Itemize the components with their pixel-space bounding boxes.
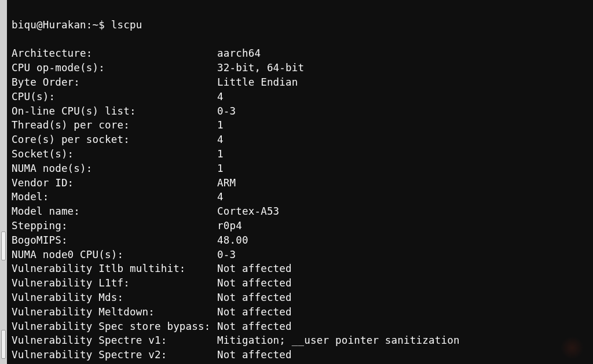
- lscpu-row: Vendor ID:ARM: [12, 176, 590, 190]
- lscpu-row: On-line CPU(s) list:0-3: [12, 104, 590, 119]
- prompt-line: biqu@Hurakan:~$ lscpu: [12, 18, 590, 32]
- lscpu-row: Model name:Cortex-A53: [12, 204, 590, 219]
- lscpu-row: Vulnerability Spectre v2:Not affected: [12, 348, 590, 362]
- lscpu-label: Socket(s):: [12, 147, 217, 161]
- lscpu-row: Socket(s):1: [12, 147, 590, 161]
- lscpu-row: Vulnerability Itlb multihit:Not affected: [12, 262, 590, 276]
- lscpu-label: Vulnerability Itlb multihit:: [12, 262, 217, 276]
- lscpu-value: 4: [217, 190, 224, 204]
- lscpu-row: NUMA node0 CPU(s):0-3: [12, 248, 590, 262]
- lscpu-label: On-line CPU(s) list:: [12, 104, 217, 119]
- lscpu-label: Model name:: [12, 204, 217, 219]
- lscpu-label: Stepping:: [12, 219, 217, 233]
- lscpu-value: Mitigation; __user pointer sanitization: [217, 333, 460, 348]
- lscpu-row: Vulnerability Spec store bypass:Not affe…: [12, 319, 590, 334]
- lscpu-label: Byte Order:: [12, 75, 217, 90]
- lscpu-label: Core(s) per socket:: [12, 133, 217, 147]
- lscpu-label: Vendor ID:: [12, 176, 217, 190]
- lscpu-value: 4: [217, 90, 224, 104]
- lscpu-value: r0p4: [217, 219, 242, 233]
- lscpu-row: Vulnerability L1tf:Not affected: [12, 276, 590, 291]
- lscpu-label: Thread(s) per core:: [12, 118, 217, 133]
- scrollbar-handle[interactable]: [1, 330, 6, 359]
- lscpu-label: NUMA node(s):: [12, 161, 217, 176]
- lscpu-value: ARM: [217, 176, 236, 190]
- lscpu-label: Vulnerability L1tf:: [12, 276, 217, 291]
- lscpu-label: Vulnerability Spectre v1:: [12, 333, 217, 348]
- lscpu-label: NUMA node0 CPU(s):: [12, 248, 217, 262]
- lscpu-row: NUMA node(s):1: [12, 161, 590, 176]
- lscpu-value: 0-3: [217, 104, 236, 119]
- scrollbar-gutter: [0, 0, 7, 364]
- lscpu-row: Byte Order:Little Endian: [12, 75, 590, 90]
- lscpu-row: Architecture:aarch64: [12, 46, 590, 61]
- lscpu-label: Vulnerability Spectre v2:: [12, 348, 217, 362]
- lscpu-row: Core(s) per socket:4: [12, 133, 590, 147]
- lscpu-value: Not affected: [217, 262, 292, 276]
- lscpu-value: 0-3: [217, 248, 236, 262]
- lscpu-row: Thread(s) per core:1: [12, 118, 590, 133]
- lscpu-row: Model:4: [12, 190, 590, 204]
- lscpu-label: Architecture:: [12, 46, 217, 61]
- lscpu-value: Not affected: [217, 348, 292, 362]
- lscpu-value: Cortex-A53: [217, 204, 279, 219]
- prompt-user: biqu@Hurakan:~$: [12, 18, 111, 32]
- lscpu-value: 1: [217, 161, 224, 176]
- lscpu-label: Vulnerability Spec store bypass:: [12, 319, 217, 334]
- command-text: lscpu: [111, 18, 142, 32]
- lscpu-value: aarch64: [217, 46, 261, 61]
- lscpu-value: 4: [217, 133, 224, 147]
- lscpu-label: Model:: [12, 190, 217, 204]
- lscpu-label: CPU op-mode(s):: [12, 61, 217, 75]
- lscpu-label: CPU(s):: [12, 90, 217, 104]
- lscpu-label: Vulnerability Meltdown:: [12, 305, 217, 319]
- lscpu-value: 1: [217, 147, 224, 161]
- lscpu-value: 48.00: [217, 233, 248, 248]
- lscpu-value: Little Endian: [217, 75, 298, 90]
- lscpu-value: 1: [217, 118, 224, 133]
- lscpu-row: Vulnerability Spectre v1:Mitigation; __u…: [12, 333, 590, 348]
- lscpu-value: Not affected: [217, 319, 292, 334]
- lscpu-row: CPU op-mode(s):32-bit, 64-bit: [12, 61, 590, 75]
- terminal-output[interactable]: biqu@Hurakan:~$ lscpu Architecture:aarch…: [7, 0, 593, 364]
- lscpu-value: 32-bit, 64-bit: [217, 61, 304, 75]
- lscpu-label: Vulnerability Mds:: [12, 291, 217, 305]
- lscpu-row: Vulnerability Meltdown:Not affected: [12, 305, 590, 319]
- lscpu-value: Not affected: [217, 276, 292, 291]
- lscpu-label: BogoMIPS:: [12, 233, 217, 248]
- lscpu-row: BogoMIPS:48.00: [12, 233, 590, 248]
- lscpu-value: Not affected: [217, 305, 292, 319]
- lscpu-value: Not affected: [217, 291, 292, 305]
- lscpu-row: Vulnerability Mds:Not affected: [12, 291, 590, 305]
- lscpu-row: Stepping:r0p4: [12, 219, 590, 233]
- lscpu-row: CPU(s):4: [12, 90, 590, 104]
- scrollbar-handle[interactable]: [1, 231, 6, 260]
